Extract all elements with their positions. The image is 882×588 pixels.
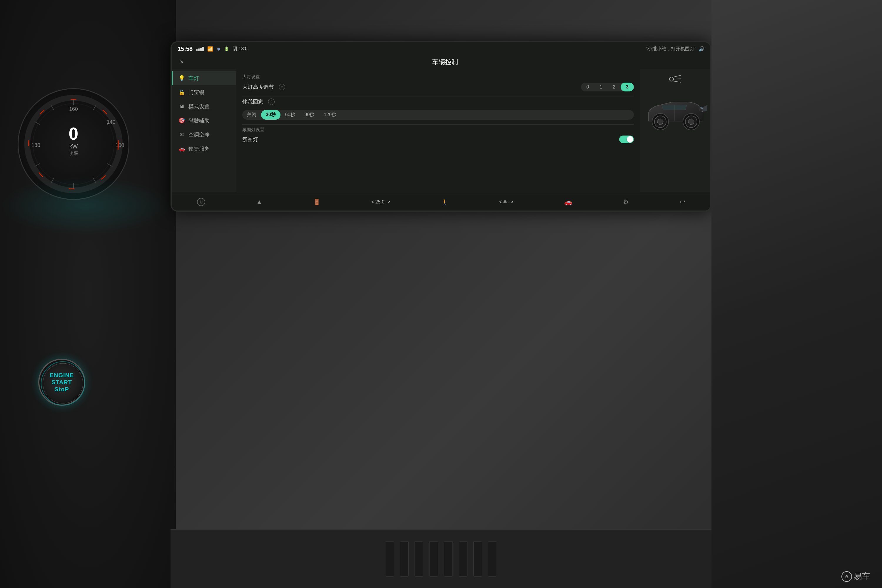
temp-right-arrow[interactable]: >: [387, 200, 390, 205]
ambient-label: 氛围灯: [242, 136, 258, 143]
follow-home-help[interactable]: ?: [268, 99, 274, 105]
car-control-icon: 🚗: [564, 198, 572, 206]
bottom-nav: U ▲ 🚪 < 25.0° > 🚶: [172, 193, 710, 210]
battery-icon: 🔋: [224, 46, 229, 51]
ambient-section-title: 氛围灯设置: [242, 127, 634, 133]
follow-home-row: 伴我回家 ?: [242, 98, 634, 105]
vent-area: [171, 529, 711, 588]
fh-30[interactable]: 30秒: [261, 110, 280, 120]
follow-home-selector: 关闭 30秒 60秒 90秒 120秒: [242, 110, 634, 120]
brightness-1[interactable]: 1: [594, 82, 608, 92]
mode-icon: 🖥: [178, 104, 185, 110]
brightness-0[interactable]: 0: [581, 82, 594, 92]
temp-left-arrow[interactable]: <: [371, 200, 374, 205]
watermark-text: 易车: [854, 571, 870, 582]
vent-8: [488, 541, 497, 576]
sidebar-item-mode[interactable]: 🖥 模式设置: [172, 99, 236, 114]
headlight-section-title: 大灯设置: [242, 74, 634, 80]
car-image-area: [640, 69, 710, 192]
brightness-2[interactable]: 2: [608, 82, 621, 92]
fh-60[interactable]: 60秒: [280, 110, 300, 120]
vent-6: [459, 541, 468, 576]
sidebar-item-assist[interactable]: 🎯 驾驶辅助: [172, 114, 236, 128]
svg-text:100: 100: [116, 142, 124, 148]
svg-point-22: [41, 362, 85, 405]
safety-icon: U: [197, 198, 205, 206]
svg-rect-36: [699, 109, 703, 111]
fan-left-arrow[interactable]: <: [499, 200, 502, 205]
sidebar-item-ac[interactable]: ❄ 空调空净: [172, 128, 236, 142]
light-icon: 💡: [178, 75, 185, 81]
nav-temp-control[interactable]: < 25.0° >: [371, 200, 390, 205]
status-left: 15:58 📶 ∗ 🔋 阴 13℃: [178, 46, 248, 52]
nav-navigation[interactable]: ▲: [256, 198, 262, 206]
vent-4: [429, 541, 438, 576]
separator-1: [242, 96, 634, 96]
sidebar-item-doorlock[interactable]: 🔒 门窗锁: [172, 85, 236, 99]
follow-home-label: 伴我回家: [242, 98, 263, 105]
signal-bar-2: [198, 48, 200, 51]
sidebar: 💡 车灯 🔒 门窗锁 🖥 模式设置 🎯 驾驶辅助 ❄ 空调空净: [172, 69, 236, 192]
fan-right-arrow[interactable]: >: [511, 200, 513, 205]
svg-point-34: [688, 119, 694, 124]
status-right: "小维小维，打开氛围灯" 🔊: [646, 46, 704, 52]
nav-car-control[interactable]: 🚗: [564, 198, 572, 206]
svg-line-25: [674, 75, 681, 77]
nav-settings[interactable]: ⚙: [623, 198, 629, 206]
ambient-light-row: 氛围灯: [242, 135, 634, 143]
sidebar-item-carlights[interactable]: 💡 车灯: [172, 71, 236, 85]
vent-7: [473, 541, 482, 576]
dashboard-left: 160 140 100 180 0 kW 功率 ENGINE START Sto…: [0, 0, 176, 588]
brightness-3[interactable]: 3: [621, 82, 634, 92]
sidebar-label-mode: 模式设置: [189, 103, 210, 110]
svg-line-27: [674, 81, 681, 82]
signal-bar-3: [200, 48, 202, 51]
svg-text:160: 160: [69, 106, 78, 112]
vent-5: [444, 541, 453, 576]
sidebar-label-ac: 空调空净: [189, 131, 210, 138]
headlight-icon: [669, 75, 681, 86]
sidebar-label-carlights: 车灯: [189, 75, 199, 82]
nav-seat[interactable]: 🚶: [441, 198, 448, 206]
back-icon: ↩: [680, 198, 685, 206]
fh-90[interactable]: 90秒: [300, 110, 319, 120]
nav-door[interactable]: 🚪: [313, 198, 321, 206]
signal-bar-4: [202, 47, 204, 51]
engine-start-button[interactable]: ENGINE START StoP: [38, 358, 85, 406]
screen-content: × 车辆控制 💡 车灯 🔒 门窗锁 🖥 模式设置 🎯: [172, 55, 710, 210]
svg-text:kW: kW: [69, 143, 78, 150]
signal-bars: [196, 47, 204, 51]
watermark-icon: e: [842, 571, 852, 582]
svg-text:180: 180: [32, 142, 40, 148]
content-area: 💡 车灯 🔒 门窗锁 🖥 模式设置 🎯 驾驶辅助 ❄ 空调空净: [172, 69, 710, 192]
headlight-label: 大灯高度调节: [242, 84, 274, 90]
speedometer: 160 140 100 180 0 kW 功率: [18, 88, 129, 200]
nav-safety[interactable]: U: [197, 198, 205, 206]
assist-icon: 🎯: [178, 117, 185, 124]
right-panel: [711, 0, 882, 588]
sidebar-label-doorlock: 门窗锁: [189, 89, 204, 96]
time-display: 15:58: [178, 46, 193, 52]
fh-off[interactable]: 关闭: [242, 110, 261, 120]
service-icon: 🚗: [178, 146, 185, 152]
headlight-height-row: 大灯高度调节 ? 0 1 2 3: [242, 82, 634, 92]
sidebar-label-service: 便捷服务: [189, 145, 210, 152]
ambient-toggle[interactable]: [619, 135, 634, 143]
vent-1: [385, 541, 394, 576]
nav-fan[interactable]: < ❅ - >: [499, 199, 514, 205]
sidebar-item-service[interactable]: 🚗 便捷服务: [172, 142, 236, 156]
lock-icon: 🔒: [178, 89, 185, 96]
ac-icon: ❄: [178, 131, 185, 138]
temp-display: < 25.0° >: [371, 200, 390, 205]
fh-120[interactable]: 120秒: [319, 110, 341, 120]
close-button[interactable]: ×: [178, 58, 186, 66]
sidebar-label-assist: 驾驶辅助: [189, 117, 210, 124]
vent-2: [400, 541, 409, 576]
seat-icon: 🚶: [441, 198, 448, 206]
nav-back[interactable]: ↩: [680, 198, 685, 206]
right-bg: [711, 0, 882, 588]
svg-point-23: [43, 363, 83, 404]
voice-icon[interactable]: 🔊: [699, 46, 704, 52]
vent-3: [414, 541, 423, 576]
headlight-help[interactable]: ?: [279, 84, 285, 90]
